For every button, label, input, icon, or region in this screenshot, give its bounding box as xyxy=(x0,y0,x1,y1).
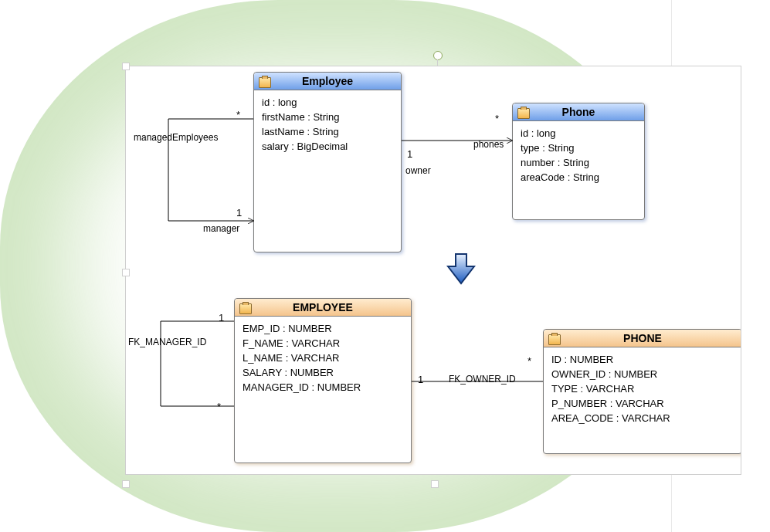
class-attributes: id : long firstName : String lastName : … xyxy=(254,90,401,158)
attr: lastName : String xyxy=(262,124,393,139)
col: L_NAME : VARCHAR xyxy=(243,351,403,365)
attr: id : long xyxy=(262,95,393,110)
fk-label: FK_MANAGER_ID xyxy=(128,337,206,347)
entity-icon xyxy=(239,303,252,314)
attr: number : String xyxy=(521,155,636,170)
diagram-surface: Employee id : long firstName : String la… xyxy=(126,66,741,474)
selected-image-frame[interactable]: Employee id : long firstName : String la… xyxy=(125,66,741,475)
col: F_NAME : VARCHAR xyxy=(243,336,403,351)
down-arrow-icon xyxy=(446,252,476,285)
col: TYPE : VARCHAR xyxy=(551,381,734,396)
resize-handle-icon[interactable] xyxy=(431,480,439,488)
table-title: EMPLOYEE xyxy=(235,299,411,317)
attr: type : String xyxy=(521,141,636,155)
class-phone[interactable]: Phone id : long type : String number : S… xyxy=(512,103,645,220)
attr: id : long xyxy=(521,126,636,141)
mult-star: * xyxy=(236,109,240,120)
col: AREA_CODE : VARCHAR xyxy=(551,411,734,425)
rotate-handle-icon[interactable] xyxy=(433,51,443,60)
table-title: PHONE xyxy=(544,330,741,347)
col: OWNER_ID : NUMBER xyxy=(551,367,734,381)
col: ID : NUMBER xyxy=(551,352,734,367)
attr: areaCode : String xyxy=(521,170,636,185)
mult-star: * xyxy=(217,401,221,412)
attr: firstName : String xyxy=(262,110,393,124)
fk-label: FK_OWNER_ID xyxy=(449,374,516,385)
mult-one: 1 xyxy=(418,374,423,385)
mult-star: * xyxy=(495,113,499,124)
entity-icon xyxy=(259,77,271,88)
mult-one: 1 xyxy=(407,148,412,160)
col: EMP_ID : NUMBER xyxy=(243,321,403,336)
resize-handle-icon[interactable] xyxy=(122,480,130,488)
col: MANAGER_ID : NUMBER xyxy=(243,380,403,395)
class-attributes: id : long type : String number : String … xyxy=(513,121,644,189)
col: P_NUMBER : VARCHAR xyxy=(551,396,734,411)
mult-one: 1 xyxy=(219,312,224,324)
entity-icon xyxy=(517,108,530,119)
mult-one: 1 xyxy=(236,207,242,219)
assoc-role: phones xyxy=(473,139,504,150)
class-employee[interactable]: Employee id : long firstName : String la… xyxy=(253,72,402,252)
resize-handle-icon[interactable] xyxy=(122,269,130,276)
assoc-role: manager xyxy=(203,223,239,234)
assoc-role: owner xyxy=(405,165,431,176)
resize-handle-icon[interactable] xyxy=(122,63,130,70)
table-columns: ID : NUMBER OWNER_ID : NUMBER TYPE : VAR… xyxy=(544,347,741,430)
entity-icon xyxy=(548,334,561,345)
class-title: Employee xyxy=(254,73,401,90)
class-title: Phone xyxy=(513,103,644,121)
col: SALARY : NUMBER xyxy=(243,365,403,380)
mult-star: * xyxy=(527,355,531,367)
assoc-role: managedEmployees xyxy=(134,132,218,143)
table-columns: EMP_ID : NUMBER F_NAME : VARCHAR L_NAME … xyxy=(235,317,411,399)
attr: salary : BigDecimal xyxy=(262,139,393,154)
table-employee[interactable]: EMPLOYEE EMP_ID : NUMBER F_NAME : VARCHA… xyxy=(234,298,412,463)
table-phone[interactable]: PHONE ID : NUMBER OWNER_ID : NUMBER TYPE… xyxy=(543,329,741,454)
